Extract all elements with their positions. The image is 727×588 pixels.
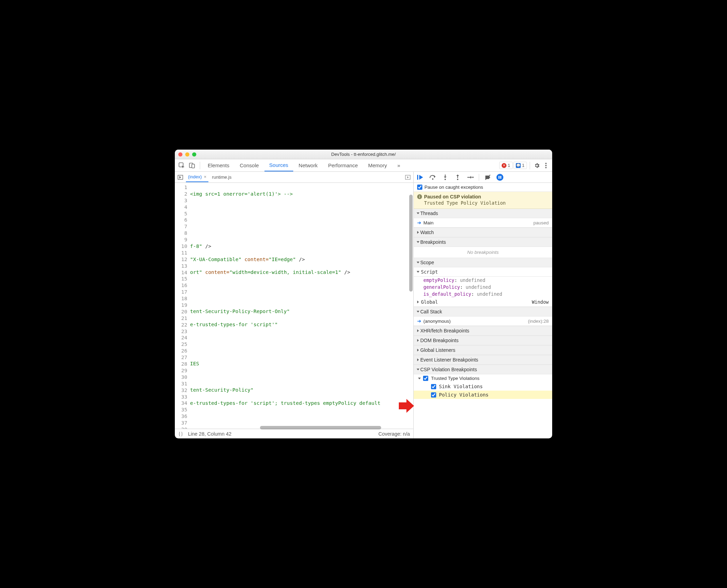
devtools-window: DevTools - tt-enforced.glitch.me/ Elemen…	[175, 150, 552, 438]
code-content: <img src=1 onerror='alert(1)'> --> f-8" …	[189, 183, 413, 429]
tab-elements[interactable]: Elements	[203, 160, 234, 171]
csp-policy-violations[interactable]: Policy Violations	[414, 391, 552, 399]
file-tab-index[interactable]: (index) ×	[186, 172, 208, 182]
file-tab-label: runtime.js	[212, 175, 231, 180]
inspect-element-icon[interactable]	[177, 161, 187, 170]
scope-var: emptyPolicy: undefined	[414, 277, 552, 284]
tab-console[interactable]: Console	[235, 160, 264, 171]
svg-point-4	[545, 165, 547, 166]
svg-point-5	[545, 167, 547, 168]
resume-button[interactable]	[416, 173, 424, 181]
line-gutter: 12345678910 11121314151617181920 2122232…	[175, 183, 189, 429]
main-tab-bar: Elements Console Sources Network Perform…	[175, 159, 552, 172]
sources-panel: (index) × runtime.js 12345678910 1112131…	[175, 172, 414, 438]
pause-on-caught[interactable]: Pause on caught exceptions	[414, 183, 552, 192]
coverage-status: Coverage: n/a	[378, 431, 410, 437]
tab-memory[interactable]: Memory	[364, 160, 392, 171]
current-thread-icon: ➔	[417, 220, 421, 225]
tab-performance[interactable]: Performance	[323, 160, 363, 171]
vertical-scrollbar[interactable]	[409, 195, 413, 292]
scope-var: generalPolicy: undefined	[414, 284, 552, 291]
more-editor-icon[interactable]	[404, 173, 412, 181]
svg-rect-15	[500, 176, 501, 179]
csp-sink-violations[interactable]: Sink Violations	[414, 382, 552, 391]
svg-point-12	[472, 177, 474, 178]
threads-section[interactable]: Threads	[414, 209, 552, 218]
message-icon: 💬	[516, 163, 521, 168]
file-tab-runtime[interactable]: runtime.js	[210, 172, 233, 182]
csp-trusted-type[interactable]: Trusted Type Violations	[414, 374, 552, 382]
svg-rect-8	[417, 175, 418, 180]
file-tab-label: (index)	[188, 174, 202, 179]
svg-point-10	[445, 179, 446, 180]
csp-violation-breakpoints-section[interactable]: CSP Violation Breakpoints	[414, 365, 552, 374]
tab-network[interactable]: Network	[294, 160, 323, 171]
thread-main[interactable]: ➔ Main paused	[414, 218, 552, 228]
annotation-arrow-icon	[398, 399, 415, 413]
horizontal-scrollbar[interactable]	[191, 426, 410, 429]
csp-policy-checkbox[interactable]	[431, 392, 436, 398]
step-out-button[interactable]	[454, 173, 461, 181]
message-counter[interactable]: 💬 1	[513, 162, 527, 169]
event-listener-breakpoints-section[interactable]: Event Listener Breakpoints	[414, 355, 552, 365]
titlebar: DevTools - tt-enforced.glitch.me/	[175, 150, 552, 159]
no-breakpoints: No breakpoints	[414, 247, 552, 258]
pause-banner: iPaused on CSP violation Trusted Type Po…	[414, 192, 552, 209]
debugger-toolbar	[414, 172, 552, 183]
svg-point-9	[432, 178, 433, 180]
scope-script[interactable]: Script	[414, 267, 552, 277]
scope-section[interactable]: Scope	[414, 258, 552, 267]
message-count: 1	[522, 163, 524, 168]
file-tab-bar: (index) × runtime.js	[175, 172, 413, 183]
xhr-breakpoints-section[interactable]: XHR/fetch Breakpoints	[414, 326, 552, 336]
scope-global[interactable]: GlobalWindow	[414, 297, 552, 307]
editor-statusbar: {} Line 28, Column 42 Coverage: n/a	[175, 429, 413, 438]
step-button[interactable]	[466, 173, 474, 181]
code-editor[interactable]: 12345678910 11121314151617181920 2122232…	[175, 183, 413, 429]
svg-point-11	[457, 179, 458, 180]
show-navigator-icon[interactable]	[176, 173, 185, 181]
more-tabs-button[interactable]: »	[393, 160, 405, 171]
deactivate-breakpoints-button[interactable]	[484, 173, 492, 181]
dom-breakpoints-section[interactable]: DOM Breakpoints	[414, 336, 552, 345]
scope-var: is_default_policy: undefined	[414, 291, 552, 297]
csp-tt-checkbox[interactable]	[423, 376, 428, 381]
svg-point-3	[545, 163, 547, 164]
pause-caught-checkbox[interactable]	[417, 185, 422, 190]
tab-sources[interactable]: Sources	[264, 159, 293, 171]
window-title: DevTools - tt-enforced.glitch.me/	[175, 152, 552, 157]
call-frame[interactable]: ➔ (anonymous) (index):28	[414, 317, 552, 326]
cursor-position: Line 28, Column 42	[188, 431, 232, 437]
close-tab-icon[interactable]: ×	[204, 174, 207, 179]
more-options-button[interactable]	[542, 161, 550, 170]
settings-button[interactable]	[533, 161, 541, 170]
watch-section[interactable]: Watch	[414, 228, 552, 237]
global-listeners-section[interactable]: Global Listeners	[414, 345, 552, 355]
svg-rect-2	[192, 164, 195, 168]
debugger-sidebar: Pause on caught exceptions iPaused on CS…	[414, 172, 552, 438]
csp-sink-checkbox[interactable]	[431, 384, 436, 389]
error-counter[interactable]: ✕ 1	[499, 162, 513, 169]
braces-icon[interactable]: {}	[178, 431, 183, 437]
debug-panes: Pause on caught exceptions iPaused on CS…	[414, 183, 552, 438]
step-over-button[interactable]	[429, 173, 437, 181]
current-frame-icon: ➔	[417, 318, 421, 324]
step-into-button[interactable]	[441, 173, 449, 181]
error-count: 1	[508, 163, 510, 168]
pause-exceptions-button[interactable]	[496, 174, 503, 181]
callstack-section[interactable]: Call Stack	[414, 307, 552, 317]
info-icon: i	[417, 194, 422, 199]
breakpoints-section[interactable]: Breakpoints	[414, 237, 552, 247]
device-toolbar-icon[interactable]	[187, 161, 197, 170]
svg-rect-14	[499, 176, 500, 179]
error-icon: ✕	[502, 163, 506, 168]
